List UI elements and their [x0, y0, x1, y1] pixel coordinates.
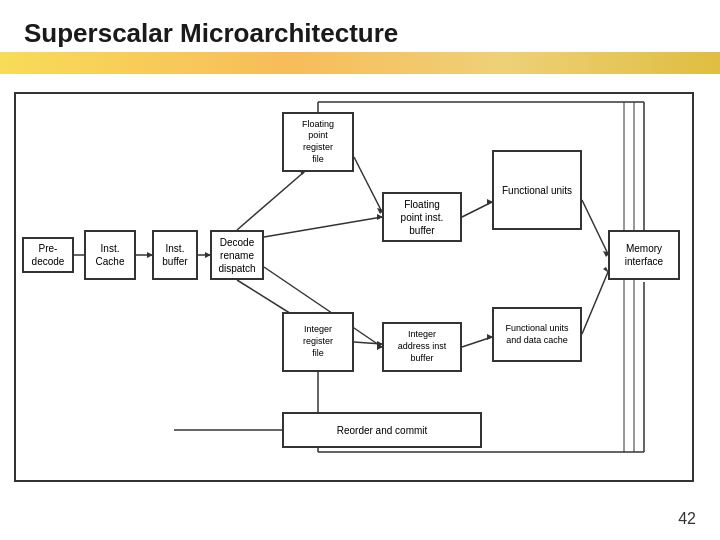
inst-cache-label: Inst. Cache [96, 242, 125, 268]
fp-inst-buffer-block: Floating point inst. buffer [382, 192, 462, 242]
reorder-commit-label: Reorder and commit [337, 424, 428, 437]
decode-rename-block: Decode rename dispatch [210, 230, 264, 280]
diagram-area: Pre- decode Inst. Cache Inst. buffer Dec… [14, 82, 706, 512]
memory-interface-block: Memory interface [608, 230, 680, 280]
page-title: Superscalar Microarchitecture [0, 0, 720, 49]
int-register-block: Integer register file [282, 312, 354, 372]
func-units-data-cache-label: Functional units and data cache [505, 323, 568, 346]
predecode-block: Pre- decode [22, 237, 74, 273]
fp-register-label: Floating point register file [302, 119, 334, 166]
functional-units-block: Functional units [492, 150, 582, 230]
decode-rename-label: Decode rename dispatch [218, 236, 255, 275]
fp-inst-buffer-label: Floating point inst. buffer [401, 198, 444, 237]
int-register-label: Integer register file [303, 324, 333, 359]
reorder-commit-block: Reorder and commit [282, 412, 482, 448]
memory-interface-label: Memory interface [625, 242, 663, 268]
int-addr-buffer-label: Integer address inst buffer [398, 329, 447, 364]
int-addr-buffer-block: Integer address inst buffer [382, 322, 462, 372]
fp-register-block: Floating point register file [282, 112, 354, 172]
inst-buffer-block: Inst. buffer [152, 230, 198, 280]
inst-cache-block: Inst. Cache [84, 230, 136, 280]
page-number: 42 [678, 510, 696, 528]
functional-units-label: Functional units [502, 184, 572, 197]
inst-buffer-label: Inst. buffer [162, 242, 187, 268]
func-units-data-cache-block: Functional units and data cache [492, 307, 582, 362]
predecode-label: Pre- decode [24, 242, 72, 268]
yellow-bar [0, 52, 720, 74]
